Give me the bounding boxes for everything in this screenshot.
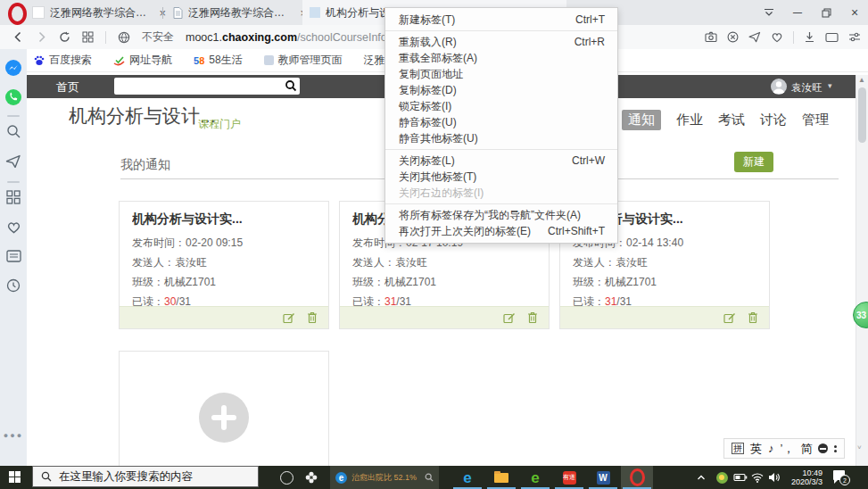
- new-notice-button[interactable]: 新建: [734, 152, 773, 172]
- tab-title: 泛雅网络教学综合服务平台: [50, 5, 153, 21]
- browser-tab-2[interactable]: 泛雅网络教学综合服务平台 ×: [166, 0, 314, 25]
- opera-logo-icon[interactable]: [8, 3, 27, 25]
- taskbar-clock[interactable]: 10:49 2020/3/3: [783, 468, 823, 487]
- taskbar-word-icon[interactable]: W: [587, 466, 619, 489]
- forward-icon[interactable]: [36, 31, 47, 43]
- my-flow-icon[interactable]: [748, 31, 761, 43]
- add-notice-card[interactable]: [119, 351, 329, 467]
- nav-home[interactable]: 首页: [56, 79, 79, 95]
- speed-dial-sidebar-icon[interactable]: [0, 190, 27, 204]
- pinwheel-icon[interactable]: [303, 469, 319, 485]
- url-text[interactable]: mooc1.chaoxing.com/schoolCourseInfo/g: [186, 31, 396, 44]
- cortana-icon[interactable]: [280, 471, 293, 485]
- bookmark-nav[interactable]: 网址导航: [113, 53, 172, 68]
- ime-sound-icon[interactable]: ♪: [768, 442, 774, 455]
- start-button[interactable]: [9, 471, 21, 483]
- scrollbar-up-arrow[interactable]: ▲: [858, 76, 865, 84]
- reload-icon[interactable]: [59, 31, 70, 43]
- search-tabs-icon[interactable]: [0, 124, 27, 139]
- menu-item-new-tab[interactable]: 新建标签(T)Ctrl+T: [385, 12, 617, 28]
- taskbar-edge-icon[interactable]: e: [451, 466, 484, 489]
- bookmark-baidu[interactable]: 百度搜索: [34, 53, 92, 68]
- downloads-icon[interactable]: [804, 31, 815, 43]
- tab-homework[interactable]: 作业: [676, 112, 703, 128]
- menu-item-close-tab[interactable]: 关闭标签(L)Ctrl+W: [385, 153, 617, 169]
- tray-360-shield-icon[interactable]: [714, 466, 730, 489]
- bookmark-58[interactable]: 58 58生活: [194, 53, 243, 68]
- menu-item-close-other-tabs[interactable]: 关闭其他标签(T): [385, 169, 617, 185]
- delete-trash-icon[interactable]: [748, 311, 758, 324]
- menu-item-reopen-closed-tab[interactable]: 再次打开上次关闭的标签(E)Ctrl+Shift+T: [385, 223, 617, 239]
- site-security-globe-icon[interactable]: [118, 31, 130, 44]
- menu-item-mute-other-tabs[interactable]: 静音其他标签(U): [385, 130, 617, 146]
- sidebar-setup-icon[interactable]: ●●●: [0, 431, 27, 440]
- user-dropdown-caret-icon[interactable]: ▾: [828, 81, 832, 90]
- edit-icon[interactable]: [723, 311, 736, 324]
- speed-dial-icon[interactable]: [82, 31, 94, 43]
- tray-wifi-icon[interactable]: [749, 466, 765, 489]
- tab-manage[interactable]: 管理: [802, 112, 829, 128]
- ime-pinyin-icon[interactable]: 拼: [732, 443, 744, 454]
- ime-collapse-caret-icon[interactable]: ˅: [857, 443, 862, 452]
- user-avatar[interactable]: [771, 79, 787, 95]
- sidebar-divider: [7, 181, 20, 183]
- bookmarks-heart-sidebar-icon[interactable]: [0, 220, 27, 234]
- scrollbar-thumb[interactable]: [858, 87, 866, 143]
- easy-setup-tune-icon[interactable]: [848, 31, 861, 43]
- personal-news-icon[interactable]: [0, 250, 27, 262]
- bookmark-teacher-admin[interactable]: 教师管理页面: [264, 53, 343, 68]
- tab-discuss[interactable]: 讨论: [760, 112, 787, 128]
- tab-exam[interactable]: 考试: [718, 112, 745, 128]
- menu-item-reload[interactable]: 重新载入(R)Ctrl+R: [385, 34, 617, 50]
- whatsapp-icon[interactable]: [0, 88, 27, 106]
- ime-language-toggle[interactable]: 英: [750, 441, 762, 457]
- sidebar-panel-icon[interactable]: [825, 32, 839, 43]
- tray-volume-icon[interactable]: [765, 466, 781, 489]
- taskbar-360-browser-icon[interactable]: e: [519, 466, 551, 489]
- minimize-button[interactable]: ─: [784, 0, 811, 25]
- snapshot-camera-icon[interactable]: [705, 31, 717, 43]
- tab-menu-icon[interactable]: [756, 0, 782, 25]
- ime-punctuation-toggle[interactable]: ’，: [781, 441, 795, 457]
- user-name[interactable]: 袁汝旺: [791, 81, 823, 95]
- tray-battery-icon[interactable]: [732, 466, 749, 489]
- site-search-input[interactable]: [118, 79, 280, 95]
- course-portal-link[interactable]: 课程门户: [198, 117, 241, 132]
- menu-item-pin-tab[interactable]: 锁定标签(I): [385, 98, 617, 114]
- close-button[interactable]: ×: [841, 0, 868, 25]
- menu-item-mute-tab[interactable]: 静音标签(U): [385, 114, 617, 130]
- taskbar-opera-icon[interactable]: [621, 466, 653, 489]
- taskbar-explorer-icon[interactable]: [485, 466, 517, 489]
- menu-item-duplicate-tab[interactable]: 复制标签(D): [385, 82, 617, 98]
- news-search-widget[interactable]: e 治愈出院比 52.1%: [330, 466, 439, 489]
- blocked-content-icon[interactable]: [727, 31, 739, 43]
- notice-card-1[interactable]: 机构分析与设计实... 发布时间：02-20 09:15 发送人：袁汝旺 班级：…: [119, 201, 329, 329]
- card-class-row: 班级：机械Z1701: [573, 272, 756, 292]
- restore-button[interactable]: [813, 0, 839, 25]
- menu-item-copy-page-address[interactable]: 复制页面地址: [385, 66, 617, 82]
- security-label[interactable]: 不安全: [142, 29, 174, 45]
- plus-icon[interactable]: [199, 393, 249, 443]
- delete-trash-icon[interactable]: [307, 311, 318, 324]
- action-center-icon[interactable]: 2: [833, 470, 848, 484]
- history-clock-icon[interactable]: [0, 278, 27, 293]
- page-scrollbar[interactable]: ▲: [856, 75, 868, 466]
- tray-show-hidden-icon[interactable]: [694, 466, 708, 489]
- menu-item-reload-all[interactable]: 重载全部标签(A): [385, 50, 617, 66]
- ime-menu-icon[interactable]: [834, 445, 837, 452]
- ime-simplified-toggle[interactable]: 简: [800, 441, 812, 457]
- edit-icon[interactable]: [283, 311, 295, 324]
- ime-emoji-icon[interactable]: [818, 443, 828, 453]
- bookmark-heart-icon[interactable]: [771, 31, 783, 43]
- delete-trash-icon[interactable]: [527, 311, 538, 324]
- my-flow-sidebar-icon[interactable]: [0, 154, 27, 169]
- menu-item-save-tabs-folder[interactable]: 将所有标签保存为“我的导航”文件夹(A): [385, 207, 617, 223]
- search-icon[interactable]: [285, 79, 297, 92]
- messenger-icon[interactable]: [0, 59, 27, 77]
- edit-icon[interactable]: [503, 311, 516, 324]
- taskbar-search-box[interactable]: 在这里输入你要搜索的内容: [32, 466, 259, 487]
- taskbar-youdao-icon[interactable]: 有道: [553, 466, 585, 489]
- back-icon[interactable]: [12, 31, 24, 43]
- tab-notice[interactable]: 通知: [622, 110, 661, 130]
- browser-tab-1[interactable]: 泛雅网络教学综合服务平台 ×: [25, 0, 173, 25]
